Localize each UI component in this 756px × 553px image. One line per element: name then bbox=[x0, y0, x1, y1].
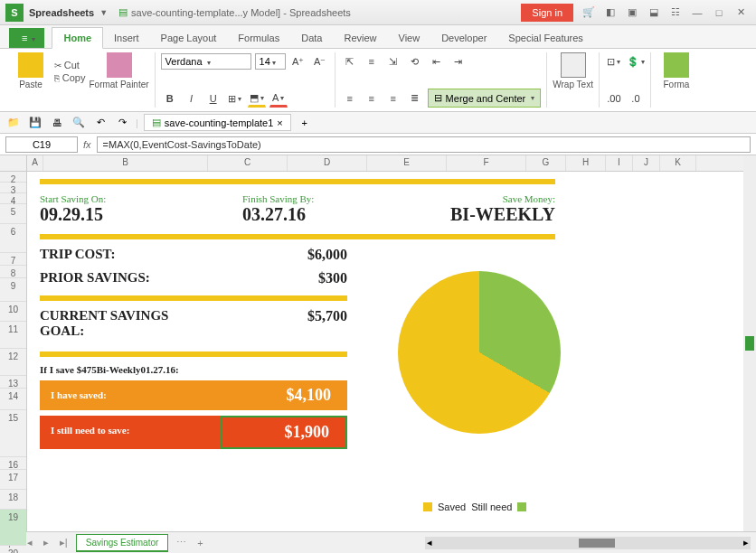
tab-special[interactable]: Special Features bbox=[497, 28, 594, 48]
row-header[interactable]: 14 bbox=[0, 389, 26, 410]
sign-in-button[interactable]: Sign in bbox=[521, 4, 573, 22]
tab-review[interactable]: Review bbox=[333, 28, 387, 48]
col-header[interactable]: G bbox=[526, 155, 566, 171]
row-header[interactable]: 13 bbox=[0, 376, 26, 389]
add-tab-icon[interactable]: + bbox=[297, 115, 313, 131]
col-header[interactable]: B bbox=[43, 155, 208, 171]
row-header[interactable]: 5 bbox=[0, 204, 26, 224]
col-header[interactable]: J bbox=[633, 155, 660, 171]
tab-formulas[interactable]: Formulas bbox=[227, 28, 290, 48]
row-header[interactable]: 17 bbox=[0, 470, 26, 490]
tab-page-layout[interactable]: Page Layout bbox=[150, 28, 228, 48]
row-header[interactable]: 20 bbox=[0, 546, 26, 553]
doc-tab-close-icon[interactable]: × bbox=[277, 117, 282, 128]
cart-icon[interactable]: 🛒 bbox=[579, 3, 599, 23]
last-sheet-icon[interactable]: ▸| bbox=[57, 537, 71, 548]
pie-chart[interactable] bbox=[398, 271, 561, 434]
indent-dec-icon[interactable]: ⇤ bbox=[428, 52, 446, 70]
fill-color-button[interactable]: ⬒▾ bbox=[248, 89, 266, 108]
minimize-button[interactable]: — bbox=[687, 3, 707, 23]
currency-icon[interactable]: 💲▾ bbox=[627, 52, 645, 70]
row-header[interactable]: 6 bbox=[0, 224, 26, 253]
col-header[interactable]: K bbox=[660, 155, 696, 171]
tab-view[interactable]: View bbox=[388, 28, 431, 48]
number-format-icon[interactable]: ⊡▾ bbox=[605, 52, 623, 70]
bold-button[interactable]: B bbox=[161, 89, 179, 108]
row-header[interactable]: 12 bbox=[0, 349, 26, 376]
sheet-menu-icon[interactable]: ⋯ bbox=[174, 537, 189, 548]
add-sheet-icon[interactable]: + bbox=[194, 538, 205, 548]
name-box[interactable]: C19 bbox=[5, 136, 78, 153]
align-left-icon[interactable]: ≡ bbox=[341, 89, 359, 108]
app-dropdown-icon[interactable]: ▼ bbox=[99, 8, 108, 17]
orientation-icon[interactable]: ⟲ bbox=[406, 52, 424, 70]
document-tab[interactable]: ▤ save-counting-template1 × bbox=[144, 114, 291, 131]
vertical-scrollbar[interactable] bbox=[743, 155, 756, 531]
scroll-left-icon[interactable]: ◂ bbox=[427, 537, 432, 548]
wrap-text-button[interactable]: Wrap Text bbox=[553, 52, 593, 89]
need-row-selected[interactable]: I still need to save: $1,900 bbox=[40, 416, 347, 449]
col-header[interactable]: C bbox=[208, 155, 288, 171]
decrease-decimal-icon[interactable]: .0 bbox=[627, 89, 645, 108]
indent-inc-icon[interactable]: ⇥ bbox=[449, 52, 468, 70]
align-justify-icon[interactable]: ≣ bbox=[406, 89, 424, 108]
paste-button[interactable]: Paste bbox=[11, 52, 51, 89]
redo-icon[interactable]: ↷ bbox=[114, 115, 130, 131]
next-sheet-icon[interactable]: ▸ bbox=[41, 537, 52, 548]
row-header[interactable]: 11 bbox=[0, 322, 26, 349]
align-right-icon[interactable]: ≡ bbox=[384, 89, 402, 108]
col-header[interactable]: I bbox=[606, 155, 633, 171]
sheet-tab-active[interactable]: Savings Estimator bbox=[76, 534, 169, 552]
horizontal-scrollbar[interactable]: ◂ ▸ bbox=[425, 537, 751, 549]
align-bottom-icon[interactable]: ⇲ bbox=[384, 52, 402, 70]
file-menu[interactable]: ≡ ▾ bbox=[9, 28, 44, 48]
increase-font-icon[interactable]: A⁺ bbox=[289, 52, 307, 70]
close-button[interactable]: ✕ bbox=[731, 3, 751, 23]
font-name-select[interactable]: Verdana ▾ bbox=[161, 53, 251, 70]
row-header[interactable]: 15 bbox=[0, 410, 26, 457]
col-header[interactable]: H bbox=[566, 155, 606, 171]
fx-icon[interactable]: fx bbox=[83, 139, 91, 150]
format-painter-button[interactable]: Format Painter bbox=[89, 52, 148, 89]
italic-button[interactable]: I bbox=[183, 89, 201, 108]
tab-insert[interactable]: Insert bbox=[103, 28, 150, 48]
font-size-select[interactable]: 14▾ bbox=[255, 53, 286, 70]
decrease-font-icon[interactable]: A⁻ bbox=[311, 52, 329, 70]
cell-grid[interactable]: Start Saving On:09.29.15 Finish Saving B… bbox=[27, 172, 743, 531]
copy-button[interactable]: ⎘ Copy bbox=[54, 72, 85, 83]
hscroll-thumb[interactable] bbox=[579, 539, 615, 548]
col-header[interactable]: A bbox=[27, 155, 43, 171]
row-header[interactable]: 7 bbox=[0, 253, 26, 266]
underline-button[interactable]: U bbox=[204, 89, 222, 108]
tab-developer[interactable]: Developer bbox=[430, 28, 497, 48]
increase-decimal-icon[interactable]: .00 bbox=[605, 89, 623, 108]
scroll-thumb[interactable] bbox=[745, 336, 754, 351]
row-header[interactable]: 9 bbox=[0, 278, 26, 302]
row-header[interactable]: 10 bbox=[0, 302, 26, 322]
row-header[interactable]: 16 bbox=[0, 457, 26, 470]
col-header[interactable]: F bbox=[447, 155, 526, 171]
tool4-icon[interactable]: ☷ bbox=[666, 3, 685, 23]
align-middle-icon[interactable]: ≡ bbox=[363, 52, 381, 70]
print-icon[interactable]: 🖶 bbox=[49, 115, 65, 131]
border-button[interactable]: ⊞▾ bbox=[226, 89, 244, 108]
row-header[interactable]: 2 bbox=[0, 172, 26, 183]
align-top-icon[interactable]: ⇱ bbox=[341, 52, 359, 70]
tool1-icon[interactable]: ◧ bbox=[600, 3, 620, 23]
format-button[interactable]: Forma bbox=[657, 52, 696, 89]
formula-input[interactable]: =MAX(0,EventCost-SavingsToDate) bbox=[97, 136, 751, 153]
save-icon[interactable]: 💾 bbox=[27, 115, 43, 131]
tool3-icon[interactable]: ⬓ bbox=[644, 3, 664, 23]
tab-home[interactable]: Home bbox=[52, 27, 103, 49]
align-center-icon[interactable]: ≡ bbox=[363, 89, 381, 108]
row-header[interactable]: 19 bbox=[0, 510, 26, 546]
undo-icon[interactable]: ↶ bbox=[92, 115, 109, 131]
select-all-corner[interactable] bbox=[0, 155, 27, 172]
tool2-icon[interactable]: ▣ bbox=[622, 3, 642, 23]
scroll-right-icon[interactable]: ▸ bbox=[743, 537, 749, 548]
tab-data[interactable]: Data bbox=[290, 28, 333, 48]
preview-icon[interactable]: 🔍 bbox=[71, 115, 87, 131]
row-header[interactable]: 8 bbox=[0, 266, 26, 278]
col-header[interactable]: E bbox=[367, 155, 447, 171]
font-color-button[interactable]: A▾ bbox=[269, 89, 288, 108]
